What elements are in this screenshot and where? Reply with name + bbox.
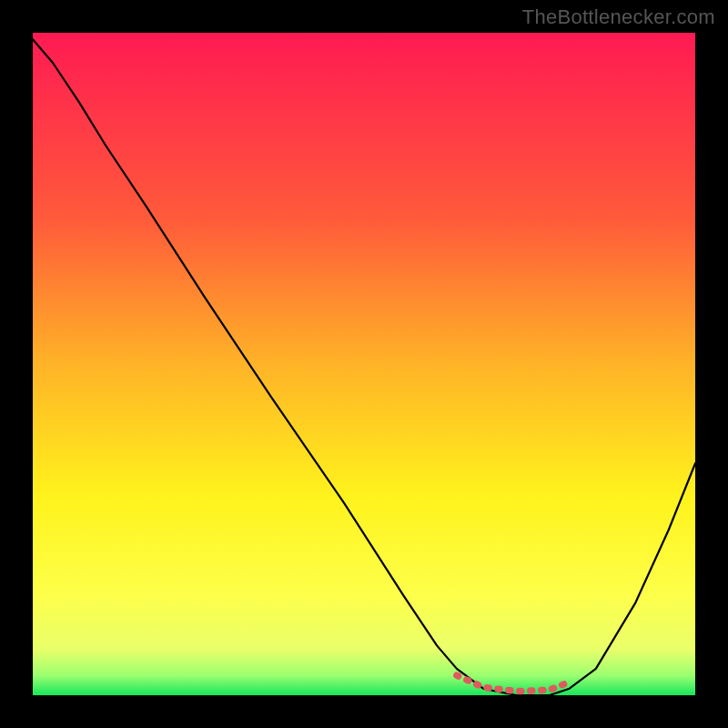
watermark-text: TheBottlenecker.com <box>522 5 715 29</box>
chart-stage: TheBottlenecker.com <box>0 0 728 728</box>
plot-frame <box>33 33 695 695</box>
bottleneck-chart <box>33 33 695 695</box>
gradient-background <box>33 33 695 695</box>
